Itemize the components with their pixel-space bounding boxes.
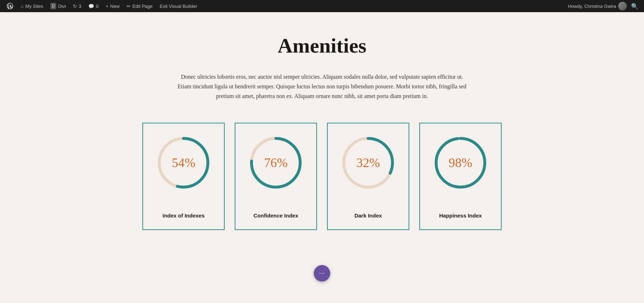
divi-label: Divi [58,4,66,9]
metric-value-confidence-index: 76% [264,155,288,170]
new-label: New [110,4,119,9]
metric-card-confidence-index: 76% Confidence Index [235,123,317,230]
metric-value-dark-index: 32% [356,155,380,170]
my-sites-button[interactable]: ⌂ My Sites [18,0,46,12]
floating-menu-button[interactable]: ··· [314,265,330,282]
admin-bar: ⌂ My Sites D Divi ↻ 3 💬 0 + New ✏ Edit P… [0,0,644,12]
circle-chart-happiness-index: 98% [432,134,489,191]
edit-page-label: Edit Page [132,4,152,9]
comments-icon: 💬 [88,4,94,9]
metric-card-dark-index: 32% Dark Index [327,123,409,230]
search-icon[interactable]: 🔍 [629,3,640,10]
wp-logo-button[interactable] [4,0,16,12]
page-description: Donec ultricies lobortis eros, nec aucto… [175,72,469,101]
metric-value-happiness-index: 98% [449,155,472,170]
page-title: Amenities [278,34,366,58]
floating-menu-icon: ··· [319,270,325,277]
plus-icon: + [106,4,109,9]
avatar [618,2,627,10]
wordpress-icon [6,3,14,10]
updates-icon: ↻ [73,4,77,9]
comments-count: 0 [96,4,98,9]
exit-builder-label: Exit Visual Builder [160,4,197,9]
metric-value-index-of-indexes: 54% [172,155,195,170]
comments-button[interactable]: 💬 0 [86,0,101,12]
divi-button[interactable]: D Divi [48,0,69,12]
metric-label-confidence-index: Confidence Index [253,212,298,219]
updates-button[interactable]: ↻ 3 [70,0,84,12]
metric-label-index-of-indexes: Index of Indexes [162,212,205,219]
metric-label-happiness-index: Happiness Index [439,212,482,219]
circle-chart-confidence-index: 76% [247,134,304,191]
admin-bar-right: Howdy, Christina Gwira 🔍 [568,2,640,10]
circle-chart-dark-index: 32% [340,134,397,191]
user-greeting: Howdy, Christina Gwira [568,4,616,9]
circle-chart-index-of-indexes: 54% [155,134,212,191]
home-icon: ⌂ [21,4,24,9]
my-sites-label: My Sites [25,4,43,9]
metric-label-dark-index: Dark Index [355,212,382,219]
main-content: Amenities Donec ultricies lobortis eros,… [0,12,644,303]
new-content-button[interactable]: + New [103,0,123,12]
edit-page-button[interactable]: ✏ Edit Page [124,0,155,12]
exit-builder-button[interactable]: Exit Visual Builder [157,0,200,12]
edit-icon: ✏ [127,4,131,9]
divi-icon: D [50,3,57,9]
metric-card-index-of-indexes: 54% Index of Indexes [142,123,225,230]
metrics-row: 54% Index of Indexes 76% Confidence Inde… [142,123,502,230]
metric-card-happiness-index: 98% Happiness Index [419,123,502,230]
updates-count: 3 [79,4,81,9]
